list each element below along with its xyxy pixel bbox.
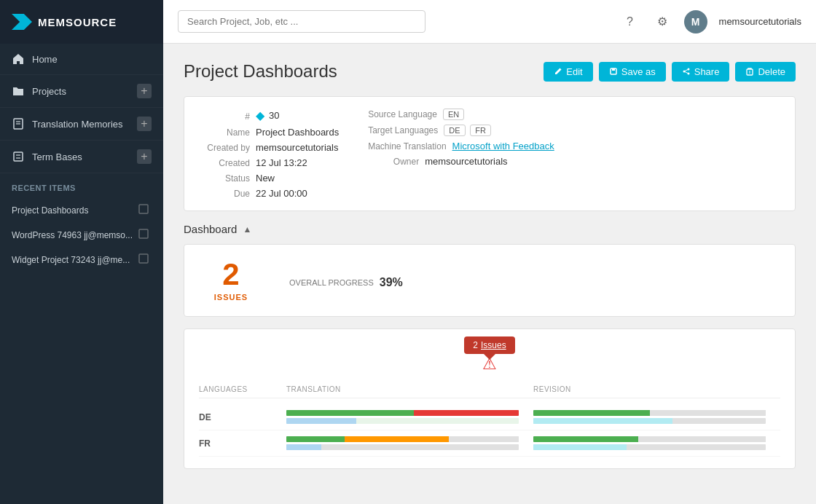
de-rev-bar-2: [533, 418, 766, 424]
de-translation-bars: [286, 410, 533, 424]
lang-code-fr: FR: [199, 438, 286, 449]
file-icon-1: [138, 229, 152, 242]
de-revision-bars: [533, 410, 780, 424]
lang-table-header: Languages TRANSLATION REVISION: [199, 385, 780, 398]
info-row-machine-trans: Machine Translation Microsoft with Feedb…: [368, 141, 554, 151]
share-button[interactable]: Share: [672, 62, 730, 82]
info-row-target-langs: Target Languages DE FR: [368, 125, 554, 136]
search-box[interactable]: [178, 10, 425, 33]
tm-add-button[interactable]: +: [137, 117, 152, 131]
info-col-right: Source Language EN Target Languages DE F…: [368, 109, 554, 199]
logo-area: MEMSOURCE: [0, 0, 163, 44]
file-icon-2: [138, 253, 152, 267]
settings-icon[interactable]: ⚙: [652, 12, 672, 32]
svg-rect-6: [139, 205, 148, 213]
recent-item-2[interactable]: Widget Project 73243 jj@me...: [0, 248, 163, 272]
page-header: Project Dashboards Edit Save as Share De…: [184, 61, 796, 82]
sidebar-item-tm-label: Translation Memories: [32, 119, 137, 130]
machine-trans-value: Microsoft with Feedback: [452, 141, 554, 151]
info-row-status: Status New: [199, 173, 339, 184]
folder-icon: [12, 84, 25, 98]
svg-rect-3: [14, 152, 23, 161]
topbar: ? ⚙ M memsourcetutorials: [163, 0, 816, 44]
content-area: Project Dashboards Edit Save as Share De…: [163, 44, 816, 504]
projects-add-button[interactable]: +: [137, 84, 152, 98]
sidebar: MEMSOURCE Home Projects + Translation Me…: [0, 0, 163, 504]
book-icon: [12, 117, 25, 130]
help-icon[interactable]: ?: [620, 12, 640, 32]
tb-add-button[interactable]: +: [137, 149, 152, 164]
tooltip-link[interactable]: Issues: [481, 340, 506, 350]
project-icon: ◆: [256, 109, 264, 122]
list-icon: [12, 150, 25, 163]
fr-trans-bar-1: [286, 436, 519, 442]
de-trans-bar-2: [286, 418, 519, 424]
info-grid: # ◆ 30 Name Project Dashboards Created b…: [199, 109, 780, 199]
sidebar-item-home[interactable]: Home: [0, 44, 163, 75]
page-title: Project Dashboards: [184, 61, 544, 82]
created-value: 12 Jul 13:22: [256, 157, 307, 168]
source-lang-label: Source Language: [368, 109, 437, 119]
project-info-card: # ◆ 30 Name Project Dashboards Created b…: [184, 96, 796, 211]
username-label[interactable]: memsourcetutorials: [719, 16, 801, 27]
lang-row-fr: FR: [199, 430, 780, 457]
sidebar-item-tb-label: Term Bases: [32, 151, 137, 162]
machine-trans-label: Machine Translation: [368, 141, 446, 151]
due-label: Due: [199, 189, 250, 199]
recent-item-1[interactable]: WordPress 74963 jj@memso...: [0, 223, 163, 248]
nav-menu: Home Projects + Translation Memories + T…: [0, 44, 163, 173]
due-value: 22 Jul 00:00: [256, 188, 307, 199]
recent-item-0-label: Project Dashboards: [12, 205, 136, 216]
svg-rect-8: [139, 254, 148, 263]
lang-code-de: DE: [199, 412, 286, 422]
de-rev-bar-1: [533, 410, 766, 416]
sidebar-item-translation-memories[interactable]: Translation Memories +: [0, 108, 163, 141]
recent-items-header: RECENT ITEMS: [0, 173, 163, 198]
dashboard-toggle-icon: ▲: [243, 224, 251, 235]
recent-item-0[interactable]: Project Dashboards: [0, 198, 163, 223]
name-label: Name: [199, 127, 250, 138]
sidebar-item-projects[interactable]: Projects +: [0, 75, 163, 108]
lang-row-de: DE: [199, 404, 780, 430]
topbar-right: ? ⚙ M memsourcetutorials: [620, 10, 801, 34]
search-input[interactable]: [178, 10, 425, 33]
progress-label-row: OVERALL PROGRESS 39%: [289, 276, 777, 289]
info-row-created-by: Created by memsourcetutorials: [199, 142, 339, 153]
info-row-owner: Owner memsourcetutorials: [368, 156, 554, 167]
saveas-button[interactable]: Save as: [599, 62, 666, 82]
logo-text: MEMSOURCE: [38, 16, 117, 28]
home-icon: [12, 52, 25, 66]
fr-translation-bars: [286, 436, 533, 450]
overall-progress-label: OVERALL PROGRESS: [289, 278, 374, 287]
fr-trans-bar-2: [286, 444, 519, 450]
col-languages: Languages: [199, 385, 286, 393]
number-label: #: [199, 111, 250, 122]
summary-row: 2 ISSUES OVERALL PROGRESS 39%: [184, 245, 795, 316]
info-row-source-lang: Source Language EN: [368, 109, 554, 120]
number-value: ◆ 30: [256, 109, 279, 122]
delete-button[interactable]: Delete: [735, 62, 796, 82]
toolbar-buttons: Edit Save as Share Delete: [544, 62, 796, 82]
avatar[interactable]: M: [684, 10, 707, 34]
memsource-logo-icon: [12, 14, 32, 30]
sidebar-item-term-bases[interactable]: Term Bases +: [0, 141, 163, 173]
issues-tooltip[interactable]: 2 Issues: [464, 336, 514, 354]
issues-label: ISSUES: [202, 293, 260, 302]
created-by-label: Created by: [199, 143, 250, 153]
source-lang-value: EN: [443, 109, 466, 120]
fr-rev-bar-1: [533, 436, 766, 442]
created-label: Created: [199, 158, 250, 168]
owner-label: Owner: [368, 157, 419, 167]
edit-button[interactable]: Edit: [544, 62, 592, 82]
fr-revision-bars: [533, 436, 780, 450]
created-by-value: memsourcetutorials: [256, 142, 338, 153]
dashboard-label: Dashboard: [184, 223, 237, 235]
status-label: Status: [199, 173, 250, 184]
recent-items-list: Project Dashboards WordPress 74963 jj@me…: [0, 198, 163, 272]
svg-line-13: [684, 69, 688, 71]
name-value: Project Dashboards: [256, 127, 339, 138]
target-langs-value: DE FR: [444, 125, 493, 136]
dashboard-header[interactable]: Dashboard ▲: [184, 223, 796, 235]
info-row-created: Created 12 Jul 13:22: [199, 157, 339, 168]
overall-progress-pct: 39%: [380, 276, 403, 289]
